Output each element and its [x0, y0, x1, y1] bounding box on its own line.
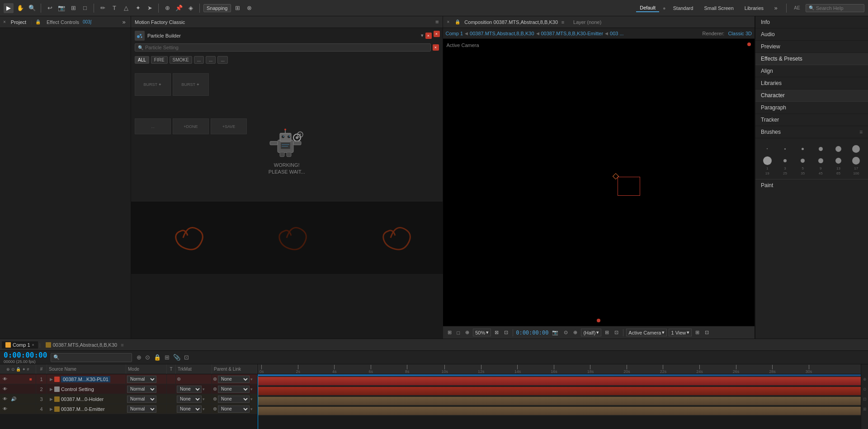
vc-snapshot-btn[interactable]: 📷 — [550, 329, 560, 336]
workspace-libraries[interactable]: Libraries — [741, 5, 767, 12]
layer-2-solo[interactable] — [19, 386, 25, 392]
search-input[interactable] — [816, 5, 861, 11]
snapping-toggle[interactable]: Snapping — [203, 4, 231, 12]
brush-1px[interactable] — [759, 144, 775, 154]
mf-mid-item-3[interactable]: +SAVE — [211, 118, 247, 134]
clone-tool[interactable]: ➤ — [145, 3, 155, 13]
tl-search[interactable]: 🔍 — [51, 353, 132, 362]
vc-popout-btn[interactable]: ⊡ — [703, 329, 711, 336]
layer-1-lock[interactable]: ■ — [28, 376, 34, 382]
layer-2-mode-select[interactable]: Normal — [127, 386, 156, 393]
brush-9px[interactable] — [812, 144, 829, 154]
mf-thumb-1[interactable] — [131, 202, 235, 274]
timeline-tab-main[interactable]: 00387.MTS,Abstract,8,B,K30 ≡ — [42, 341, 127, 349]
panel-item-effects-presets[interactable]: Effects & Presets — [755, 53, 868, 65]
view-options[interactable]: ⊗ — [245, 3, 255, 13]
layer-4-lock[interactable] — [28, 406, 34, 412]
layer-4-visibility[interactable]: 👁 — [2, 406, 8, 412]
vc-exposure-btn[interactable]: ⊡ — [613, 329, 620, 336]
panel-item-libraries[interactable]: Libraries — [755, 77, 868, 90]
timecode-display[interactable]: 0:00:00:00 — [4, 351, 47, 359]
pin-tool[interactable]: 📌 — [174, 3, 184, 13]
layer-2-expand[interactable]: ▶ — [48, 387, 54, 391]
effect-controls-tab[interactable]: Effect Controls — [43, 19, 83, 26]
layer-4-audio[interactable] — [10, 406, 17, 412]
brush-19px[interactable] — [759, 156, 775, 165]
layer-3-audio[interactable]: 🔊 — [10, 396, 17, 402]
mf-thumb-2[interactable] — [235, 202, 339, 274]
tl-comment-icon[interactable]: ⊞ — [164, 353, 170, 362]
camera-tool[interactable]: 📷 — [57, 3, 66, 13]
layer-3-solo[interactable] — [19, 396, 25, 402]
brush-25px[interactable] — [777, 156, 793, 165]
pb-expand[interactable]: ▾ — [421, 33, 424, 39]
align-anchor-tool[interactable]: ⊕ — [162, 3, 172, 13]
tl-solo-icon[interactable]: ⊙ — [144, 353, 151, 362]
vc-3d-btn[interactable]: ⊕ — [463, 329, 471, 336]
brush-tool[interactable]: ✦ — [133, 3, 143, 13]
layer-1-visibility[interactable]: 👁 — [2, 376, 8, 382]
renderer-value[interactable]: Classic 3D — [728, 31, 752, 36]
mf-thumb-3[interactable] — [339, 202, 443, 274]
workspace-small-screen[interactable]: Small Screen — [700, 5, 737, 12]
brush-35px[interactable] — [795, 156, 811, 165]
breadcrumb-item3[interactable]: 003 ... — [610, 31, 624, 36]
hand-tool[interactable]: ✋ — [15, 3, 25, 13]
rotate-tool[interactable]: ↩ — [45, 3, 55, 13]
vc-output-btn[interactable]: ⊙ — [562, 329, 570, 336]
proportional-grid[interactable]: ⊞ — [233, 3, 243, 13]
brushes-header[interactable]: Brushes ≡ — [755, 126, 868, 138]
paint-label[interactable]: Paint — [755, 179, 868, 191]
panel-item-paragraph[interactable]: Paragraph — [755, 102, 868, 114]
brush-100px[interactable] — [848, 156, 864, 165]
vc-safe-btn[interactable]: ⊡ — [502, 329, 510, 336]
track-bar-1[interactable] — [258, 377, 868, 385]
tl-camera-icon[interactable]: ⊡ — [183, 353, 190, 362]
layer-1-expand[interactable]: ▶ — [48, 377, 54, 382]
timeline-tab-comp1[interactable]: Comp 1 × — [2, 341, 38, 349]
panel-item-preview[interactable]: Preview — [755, 41, 868, 53]
workspace-standard[interactable]: Standard — [670, 5, 697, 12]
track-bar-2[interactable] — [258, 387, 868, 395]
brushes-menu[interactable]: ≡ — [859, 129, 863, 135]
rect-tool[interactable]: □ — [80, 3, 90, 13]
layer-1-name[interactable]: 00387.M...K30-PL01 — [61, 376, 110, 382]
pb-close[interactable]: × — [425, 33, 432, 39]
tr-icon-1[interactable]: ⊕ — [862, 374, 868, 384]
pen-tool[interactable]: ✏ — [98, 3, 108, 13]
cat-more3[interactable]: ... — [217, 56, 227, 64]
left-panel-more[interactable]: » — [119, 17, 129, 27]
vc-view-dropdown[interactable]: 1 View ▾ — [669, 329, 692, 336]
project-tab-close[interactable]: × — [2, 19, 7, 24]
vc-camera-dropdown[interactable]: Active Camera ▾ — [626, 329, 667, 336]
layer-1-mode-select[interactable]: Normal — [127, 376, 156, 383]
panel-item-tracker[interactable]: Tracker — [755, 114, 868, 126]
project-tab[interactable]: Project — [7, 19, 30, 26]
vc-display-btn[interactable]: □ — [455, 330, 462, 336]
tl-attach-icon[interactable]: 📎 — [172, 353, 181, 362]
layer-4-expand[interactable]: ▶ — [48, 407, 54, 411]
layer-3-trkmat-select[interactable]: None — [177, 396, 202, 403]
workspace-default[interactable]: Default — [636, 4, 659, 12]
brush-65px[interactable] — [830, 156, 846, 165]
vc-grid-btn[interactable]: ⊞ — [446, 329, 453, 336]
tr-icon-3[interactable]: ⊡ — [862, 394, 868, 404]
comp-menu-btn[interactable]: ≡ — [560, 19, 566, 25]
layer-2-visibility[interactable]: 👁 — [2, 386, 8, 392]
layer-4-solo[interactable] — [19, 406, 25, 412]
comp-tab-close[interactable]: × — [446, 19, 451, 24]
comp-lock-btn[interactable]: 🔒 — [453, 17, 462, 27]
vc-quality-dropdown[interactable]: (Half) ▾ — [581, 329, 601, 336]
cat-fire[interactable]: FIRE — [151, 56, 168, 64]
more-workspaces[interactable]: » — [771, 3, 781, 13]
tab-close-comp1[interactable]: × — [32, 343, 34, 347]
cat-more2[interactable]: ... — [206, 56, 216, 64]
breadcrumb-item1[interactable]: 00387.MTS,Abstract,8,B,K30 — [470, 31, 534, 36]
shape-tool[interactable]: △ — [121, 3, 131, 13]
puppet-tool[interactable]: ◈ — [186, 3, 196, 13]
mf-menu-icon[interactable]: ≡ — [435, 19, 439, 25]
tl-ripple-icon[interactable]: ⊕ — [136, 353, 142, 362]
brush-17px[interactable] — [848, 144, 864, 154]
track-bar-3[interactable] — [258, 397, 868, 405]
brush-45px[interactable] — [812, 156, 829, 165]
